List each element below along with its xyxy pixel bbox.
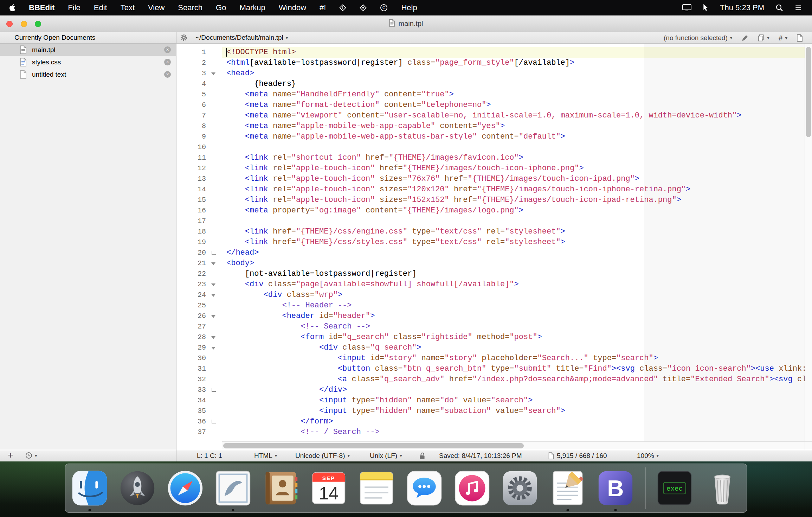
code-line[interactable]: 31 <button class="btn q_search_btn" type… <box>176 364 805 374</box>
sidebar-document[interactable]: styles.css× <box>0 56 176 68</box>
code-line[interactable]: 3<head> <box>176 68 805 79</box>
dock-item-itunes[interactable] <box>453 470 491 507</box>
menu-window[interactable]: Window <box>272 0 313 15</box>
dock-item-terminal[interactable]: exec <box>656 470 693 507</box>
menu-markup[interactable]: Markup <box>233 0 272 15</box>
sidebar-document[interactable]: untitled text× <box>0 68 176 81</box>
code-line[interactable]: 11 <link rel="shortcut icon" href="{THEM… <box>176 153 805 163</box>
markers-menu-icon[interactable]: # <box>779 34 787 42</box>
menu-shebang[interactable]: #! <box>313 0 333 15</box>
code-line[interactable]: 6 <meta name="format-detection" content=… <box>176 100 805 110</box>
code-line[interactable]: 4 {headers} <box>176 79 805 89</box>
dock-item-contacts[interactable] <box>262 470 299 507</box>
apple-menu-icon[interactable] <box>0 4 22 12</box>
pencil-icon[interactable] <box>741 34 748 42</box>
file-path-menu[interactable]: ~/Documents/Default/main.tpl <box>195 32 288 43</box>
menu-search[interactable]: Search <box>171 0 209 15</box>
code-line[interactable]: 2<html[available=lostpassword|register] … <box>176 58 805 68</box>
dock-item-launchpad[interactable] <box>119 470 156 507</box>
minimize-window-button[interactable] <box>21 21 27 27</box>
dock-item-textedit[interactable] <box>549 470 586 507</box>
recent-documents-menu-icon[interactable] <box>25 452 37 459</box>
encoding-menu[interactable]: Unicode (UTF-8) <box>295 450 350 461</box>
code-line[interactable]: 18 <link href="{THEME}/css/engine.css" t… <box>176 226 805 237</box>
code-line[interactable]: 34 <input type="hidden" name="do" value=… <box>176 395 805 406</box>
counterparts-menu-icon[interactable] <box>758 34 769 42</box>
fold-marker[interactable] <box>210 290 218 300</box>
dock-item-finder[interactable] <box>71 470 108 507</box>
add-document-button[interactable]: + <box>8 450 13 460</box>
vertical-scrollbar[interactable] <box>805 44 812 441</box>
spotlight-icon[interactable] <box>775 4 783 12</box>
fold-marker[interactable] <box>210 416 218 427</box>
document-options-icon[interactable] <box>797 34 803 42</box>
dock-item-mail[interactable] <box>214 470 252 507</box>
horizontal-scrollbar[interactable] <box>222 441 805 450</box>
line-endings-menu[interactable]: Unix (LF) <box>370 450 402 461</box>
close-document-icon[interactable]: × <box>164 59 171 65</box>
code-line[interactable]: 8 <meta name="apple-mobile-web-app-capab… <box>176 121 805 132</box>
fold-marker[interactable] <box>210 385 218 395</box>
fold-marker[interactable] <box>210 68 218 79</box>
code-line[interactable]: 9 <meta name="apple-mobile-web-app-statu… <box>176 132 805 142</box>
zoom-window-button[interactable] <box>35 21 41 27</box>
close-window-button[interactable] <box>6 21 13 27</box>
code-line[interactable]: 27 <!-- Search --> <box>176 321 805 332</box>
code-line[interactable]: 24 <div class="wrp"> <box>176 290 805 300</box>
dock-item-safari[interactable] <box>167 470 204 507</box>
code-line[interactable]: 5 <meta name="HandheldFriendly" content=… <box>176 89 805 100</box>
code-line[interactable]: 20</head> <box>176 248 805 258</box>
code-line[interactable]: 26 <header id="header"> <box>176 311 805 321</box>
code-line[interactable]: 1<!DOCTYPE html> <box>176 47 805 58</box>
editor-lines[interactable]: 1<!DOCTYPE html>2<html[available=lostpas… <box>176 47 805 441</box>
code-line[interactable]: 32 <a class="q_search_adv" href="/index.… <box>176 374 805 385</box>
menu-go[interactable]: Go <box>209 0 233 15</box>
language-menu[interactable]: HTML <box>254 450 277 461</box>
menu-help[interactable]: Help <box>394 0 424 15</box>
fold-marker[interactable] <box>210 258 218 269</box>
window-title-bar[interactable]: main.tpl <box>0 15 812 32</box>
code-line[interactable]: 7 <meta name="viewport" content="user-sc… <box>176 110 805 121</box>
code-line[interactable]: 19 <link href="{THEME}/css/styles.css" t… <box>176 237 805 248</box>
code-line[interactable]: 36 </form> <box>176 416 805 427</box>
code-line[interactable]: 14 <link rel="apple-touch-icon" sizes="1… <box>176 184 805 195</box>
zoom-menu[interactable]: 100% <box>637 450 659 461</box>
horizontal-scrollbar-thumb[interactable] <box>223 443 524 448</box>
sidebar-document[interactable]: main.tpl× <box>0 44 176 56</box>
code-line[interactable]: 21<body> <box>176 258 805 269</box>
dock-item-system-preferences[interactable] <box>501 470 539 507</box>
dock-item-notes[interactable] <box>358 470 395 507</box>
gear-menu-icon[interactable] <box>180 34 188 43</box>
code-line[interactable]: 15 <link rel="apple-touch-icon" sizes="1… <box>176 195 805 205</box>
code-line[interactable]: 28 <form id="q_search" class="rightside"… <box>176 332 805 343</box>
code-line[interactable]: 17 <box>176 216 805 226</box>
code-editor[interactable]: 1<!DOCTYPE html>2<html[available=lostpas… <box>176 44 812 450</box>
code-line[interactable]: 37 <!-- / Search --> <box>176 427 805 438</box>
menu-clock[interactable]: Thu 5:23 PM <box>720 3 764 12</box>
text-factory-menu-icon[interactable] <box>353 4 373 11</box>
code-line[interactable]: 25 <!-- Header --> <box>176 300 805 311</box>
code-line[interactable]: 10 <box>176 142 805 153</box>
script-menu-icon[interactable] <box>333 4 353 11</box>
menu-edit[interactable]: Edit <box>87 0 114 15</box>
menu-bbedit[interactable]: BBEdit <box>22 0 61 15</box>
clippings-menu-icon[interactable]: C <box>373 4 394 12</box>
code-line[interactable]: 29 <div class="q_search"> <box>176 343 805 353</box>
code-line[interactable]: 12 <link rel="apple-touch-icon" href="{T… <box>176 163 805 174</box>
sidebar-divider[interactable] <box>176 32 176 461</box>
code-line[interactable]: 13 <link rel="apple-touch-icon" sizes="7… <box>176 174 805 184</box>
menu-text[interactable]: Text <box>114 0 141 15</box>
dock-item-bbedit[interactable]: B <box>597 470 634 507</box>
code-line[interactable]: 33 </div> <box>176 385 805 395</box>
dock-item-calendar[interactable]: SEP14 <box>310 470 347 507</box>
code-line[interactable]: 30 <input id="story" name="story" placeh… <box>176 353 805 364</box>
fold-marker[interactable] <box>210 332 218 343</box>
close-document-icon[interactable]: × <box>164 71 171 78</box>
menu-view[interactable]: View <box>141 0 171 15</box>
function-menu[interactable]: (no function selected) <box>664 34 732 42</box>
display-menu-icon[interactable] <box>682 4 692 12</box>
pointer-menu-icon[interactable] <box>703 4 709 12</box>
lock-icon[interactable] <box>419 450 425 461</box>
notification-center-icon[interactable] <box>794 4 802 12</box>
fold-marker[interactable] <box>210 311 218 321</box>
